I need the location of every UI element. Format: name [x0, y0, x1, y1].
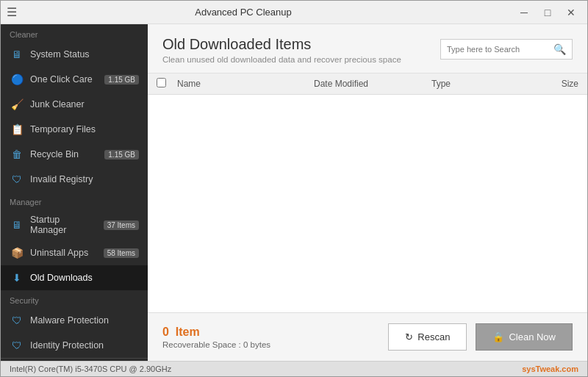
- clean-now-button[interactable]: 🔒 Clean Now: [476, 323, 573, 351]
- search-icon[interactable]: 🔍: [553, 43, 566, 55]
- select-all-checkbox[interactable]: [157, 78, 166, 87]
- rescan-button[interactable]: ↻ Rescan: [388, 323, 467, 351]
- window-title: Advanced PC Cleanup: [17, 7, 470, 18]
- brand-suffix: .com: [559, 365, 578, 373]
- brand-info: sysTweak.com: [522, 365, 578, 373]
- brand-prefix: sys: [522, 365, 535, 373]
- panel-footer: 0 Item Recoverable Space : 0 bytes ↻ Res…: [148, 312, 587, 361]
- panel-header-left: Old Downloaded Items Clean unused old do…: [162, 36, 401, 64]
- header-date-modified: Date Modified: [314, 79, 431, 89]
- item-count: 0 Item: [162, 326, 270, 339]
- search-input[interactable]: [447, 45, 553, 54]
- malware-icon: 🛡: [10, 313, 24, 328]
- rescan-label: Rescan: [417, 331, 450, 342]
- header-checkbox-col: [157, 78, 177, 90]
- one-click-icon: 🔵: [10, 72, 24, 87]
- security-section-label: Security: [1, 290, 148, 308]
- title-bar-left: ☰: [7, 5, 17, 19]
- sidebar-item-recycle-bin[interactable]: 🗑 Recycle Bin 1.15 GB: [1, 142, 148, 167]
- sidebar-item-label: Old Downloads: [30, 273, 139, 283]
- recoverable-space: Recoverable Space : 0 bytes: [162, 340, 270, 349]
- footer-actions: ↻ Rescan 🔒 Clean Now: [388, 323, 573, 351]
- sidebar-item-label: Startup Manager: [30, 215, 98, 235]
- sidebar-item-malware-protection[interactable]: 🛡 Malware Protection: [1, 308, 148, 333]
- uninstall-badge: 58 Items: [104, 248, 139, 258]
- header-name: Name: [177, 79, 314, 89]
- hamburger-icon[interactable]: ☰: [7, 5, 17, 19]
- status-bar: Intel(R) Core(TM) i5-3470S CPU @ 2.90GHz…: [1, 361, 587, 376]
- one-click-badge: 1.15 GB: [104, 75, 139, 85]
- uninstall-icon: 📦: [10, 245, 24, 260]
- clean-label: Clean Now: [509, 331, 556, 342]
- footer-info: 0 Item Recoverable Space : 0 bytes: [162, 326, 270, 349]
- sidebar-item-system-status[interactable]: 🖥 System Status: [1, 42, 148, 67]
- panel-subtitle: Clean unused old downloaded data and rec…: [162, 55, 401, 64]
- monitor-icon: 🖥: [10, 47, 24, 62]
- cpu-info: Intel(R) Core(TM) i5-3470S CPU @ 2.90GHz: [10, 365, 171, 373]
- sidebar-item-label: Junk Cleaner: [30, 99, 139, 109]
- sidebar-item-one-click-care[interactable]: 🔵 One Click Care 1.15 GB: [1, 67, 148, 92]
- main-content: Cleaner 🖥 System Status 🔵 One Click Care…: [1, 24, 587, 361]
- minimize-button[interactable]: ─: [514, 4, 534, 21]
- sidebar-item-old-downloads[interactable]: ⬇ Old Downloads: [1, 265, 148, 290]
- panel-title: Old Downloaded Items: [162, 36, 401, 53]
- search-box: 🔍: [440, 39, 573, 60]
- sidebar-item-label: Uninstall Apps: [30, 248, 98, 258]
- rescan-icon: ↻: [405, 331, 413, 342]
- recycle-icon: 🗑: [10, 147, 24, 162]
- startup-icon: 🖥: [10, 218, 24, 232]
- junk-icon: 🧹: [10, 97, 24, 112]
- sidebar-item-label: System Status: [30, 49, 139, 60]
- sidebar-item-label: Invalid Registry: [30, 174, 139, 184]
- cleaner-section-label: Cleaner: [1, 24, 148, 42]
- main-window: ☰ Advanced PC Cleanup ─ □ ✕ Cleaner 🖥 Sy…: [0, 0, 588, 377]
- sidebar-item-startup-manager[interactable]: 🖥 Startup Manager 37 Items: [1, 209, 148, 240]
- sidebar-item-label: Identity Protection: [30, 340, 139, 351]
- title-bar: ☰ Advanced PC Cleanup ─ □ ✕: [1, 1, 587, 24]
- table-area: Name Date Modified Type Size: [148, 73, 587, 312]
- panel-header: Old Downloaded Items Clean unused old do…: [148, 24, 587, 73]
- sidebar-item-uninstall-apps[interactable]: 📦 Uninstall Apps 58 Items: [1, 240, 148, 265]
- recycle-badge: 1.15 GB: [104, 150, 139, 159]
- maximize-button[interactable]: □: [537, 4, 558, 21]
- manager-section-label: Manager: [1, 192, 148, 209]
- close-button[interactable]: ✕: [561, 4, 581, 21]
- clean-icon: 🔒: [492, 331, 504, 342]
- sidebar-item-label: Malware Protection: [30, 315, 139, 326]
- item-count-label: Item: [176, 326, 200, 338]
- identity-icon: 🛡: [10, 338, 24, 353]
- sidebar-item-temporary-files[interactable]: 📋 Temporary Files: [1, 117, 148, 142]
- item-count-number: 0: [162, 326, 169, 338]
- sidebar-item-junk-cleaner[interactable]: 🧹 Junk Cleaner: [1, 92, 148, 117]
- sidebar-item-invalid-registry[interactable]: 🛡 Invalid Registry: [1, 167, 148, 192]
- sidebar-item-label: One Click Care: [30, 74, 98, 85]
- sidebar-item-label: Recycle Bin: [30, 149, 98, 159]
- sidebar-item-identity-protection[interactable]: 🛡 Identity Protection: [1, 333, 148, 358]
- sidebar-item-label: Temporary Files: [30, 124, 139, 134]
- right-panel: Old Downloaded Items Clean unused old do…: [148, 24, 587, 361]
- title-bar-controls: ─ □ ✕: [514, 4, 581, 21]
- startup-badge: 37 Items: [104, 220, 139, 230]
- temp-icon: 📋: [10, 122, 24, 137]
- registry-icon: 🛡: [10, 172, 24, 187]
- brand-name: Tweak: [536, 365, 560, 373]
- table-header: Name Date Modified Type Size: [148, 73, 587, 95]
- downloads-icon: ⬇: [10, 270, 24, 285]
- header-type: Type: [431, 79, 520, 89]
- sidebar: Cleaner 🖥 System Status 🔵 One Click Care…: [1, 24, 148, 361]
- table-empty-area: [148, 95, 587, 242]
- header-size: Size: [520, 79, 578, 89]
